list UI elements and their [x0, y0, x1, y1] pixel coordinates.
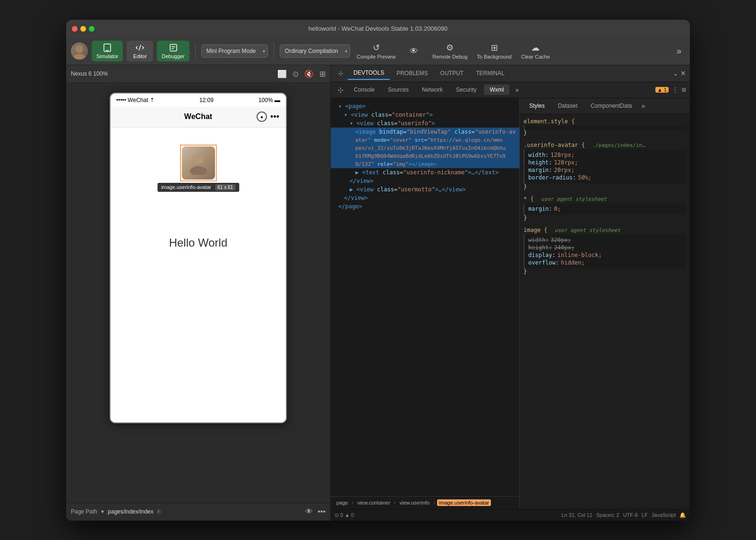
avatar-container: image.userinfo-avatar 61 x 61 [182, 146, 215, 180]
warn-badge: ▲ 1 [655, 87, 669, 93]
styles-tabs: Styles Dataset ComponentData » [520, 98, 690, 114]
page-path-arrow[interactable]: ▾ [101, 508, 104, 515]
to-background-button[interactable]: ⊞ To Background [474, 40, 514, 62]
styles-tab-dataset[interactable]: Dataset [552, 101, 583, 111]
sim-toolbar: Nexus 6 100% ⬜ ⊙ 🔇 ⊞ [66, 65, 330, 83]
devtools-tabs-right: ⌄ ✕ [673, 69, 686, 77]
tree-line-text[interactable]: ▶ <text class="userinfo-nickname">…</tex… [331, 168, 519, 177]
clear-cache-icon: ☁ [531, 43, 540, 53]
tree-line-image-3[interactable]: pen/vi_32/xuTu0k3jRTaJKmsXVMnfjASTusInO4… [331, 144, 519, 152]
selector-page[interactable]: page [335, 499, 350, 506]
selector-view-userinfo[interactable]: view.userinfo [398, 499, 432, 506]
expand-button[interactable]: » [673, 44, 685, 58]
devtools-panel: ⊹ DEVTOOLS PROBLEMS OUTPUT TERMINAL ⌄ ✕ … [331, 65, 690, 521]
eye-icon[interactable]: 👁 [305, 507, 313, 516]
sim-bottom-icons: 👁 ••• [305, 507, 326, 516]
user-avatar-inner [182, 146, 215, 180]
preview-button[interactable]: 👁 [402, 43, 426, 59]
selector-image-avatar[interactable]: image.userinfo-avatar [437, 499, 491, 506]
tree-line-userinfo[interactable]: ▾ <view class="userinfo"> [331, 119, 519, 128]
close-button[interactable] [72, 26, 77, 32]
wxml-panel: ▾ <page> ▾ <view class="container"> ▾ <v… [331, 98, 690, 509]
hello-world-text: Hello World [169, 236, 228, 249]
compile-preview-icon: ↺ [373, 43, 380, 53]
tree-line-close-view[interactable]: </view> [331, 194, 519, 202]
copy-icon[interactable]: ⎘ [157, 508, 161, 515]
simulator-button[interactable]: Simulator [92, 41, 123, 61]
tree-line-image-4[interactable]: b1fRMg9BQ04WddqaBdRjdLeAhZDsUThJBlPG9w6b… [331, 152, 519, 160]
css-prop-margin: margin: 20rpx; [528, 166, 682, 174]
device-label[interactable]: Nexus 6 100% [71, 70, 108, 77]
wxml-more-icon[interactable]: » [511, 84, 523, 95]
wxml-tree[interactable]: ▾ <page> ▾ <view class="container"> ▾ <v… [331, 98, 519, 496]
screen-icon[interactable]: ⊙ [292, 69, 299, 78]
collapse-icon[interactable]: ⌄ [673, 69, 679, 77]
inspect-icon[interactable]: ⊹ [335, 67, 347, 79]
cursor-tool-icon[interactable]: ⊹ [335, 84, 346, 96]
tree-line-usermotto[interactable]: ▶ <view class="usermotto">…</view> [331, 185, 519, 194]
tab-output[interactable]: OUTPUT [435, 67, 469, 79]
css-prop-width: width: 128rpx; [528, 151, 682, 159]
status-bell-icon[interactable]: 🔔 [679, 512, 686, 518]
svg-line-4 [139, 45, 141, 51]
tab-problems[interactable]: PROBLEMS [391, 67, 434, 79]
debugger-icon [169, 43, 178, 53]
compilation-select[interactable]: Ordinary Compilation [280, 44, 350, 58]
tree-line-container[interactable]: ▾ <view class="container"> [331, 111, 519, 119]
css-block-star: margin: 0; [524, 203, 686, 214]
tab-console[interactable]: Console [348, 85, 380, 95]
maximize-button[interactable] [89, 26, 94, 32]
nav-more-icon[interactable]: ••• [270, 112, 279, 122]
mode-select-wrapper[interactable]: Mini Program Mode [201, 44, 268, 58]
traffic-lights [72, 26, 94, 32]
css-rule-star: * { user agent stylesheet margin: 0; } [524, 196, 686, 221]
css-rule-avatar: .userinfo-avatar { ./pages/index/in… wid… [524, 142, 686, 190]
close-devtools-icon[interactable]: ✕ [680, 69, 686, 77]
element-label: image.userinfo-avatar 61 x 61 [157, 183, 239, 192]
svg-point-9 [190, 166, 207, 175]
more-icon[interactable]: ••• [318, 507, 326, 516]
page-path-label[interactable]: Page Path [71, 508, 97, 515]
copy-panel-icon[interactable]: ⧉ [682, 86, 686, 93]
tree-line-close-page[interactable]: </page> [331, 202, 519, 211]
selector-view-container[interactable]: view.container [355, 499, 392, 506]
styles-tab-component[interactable]: ComponentData [585, 101, 637, 111]
tree-line-image[interactable]: <image bindtap="bindViewTap" class="user… [331, 128, 519, 136]
remote-debug-button[interactable]: ⚙ Remote Debug [430, 40, 470, 62]
compile-preview-button[interactable]: ↺ Compile Preview [354, 40, 399, 62]
tab-devtools[interactable]: DEVTOOLS [348, 67, 390, 80]
capture-icon[interactable]: ⊞ [319, 69, 326, 78]
editor-button[interactable]: Editor [127, 41, 153, 61]
minimize-button[interactable] [80, 26, 86, 32]
nav-title: WeChat [184, 112, 212, 121]
debugger-button[interactable]: Debugger [157, 41, 189, 61]
css-selector-element: element.style { [524, 118, 686, 125]
svg-point-10 [194, 155, 203, 164]
compilation-select-wrapper[interactable]: Ordinary Compilation [280, 44, 350, 58]
tree-line-close-userinfo[interactable]: </view> [331, 177, 519, 185]
rotate-icon[interactable]: ⬜ [277, 69, 287, 78]
kebab-icon[interactable]: ⋮ [672, 86, 678, 93]
user-avatar-button[interactable] [71, 43, 88, 60]
styles-tab-styles[interactable]: Styles [524, 101, 550, 111]
separator-1 [195, 43, 196, 60]
tree-line-image-2[interactable]: atar" mode="cover" src="https://wx.qlogo… [331, 136, 519, 144]
tab-network[interactable]: Network [416, 85, 448, 95]
status-line-ending: LF [642, 512, 648, 518]
mode-select[interactable]: Mini Program Mode [201, 44, 268, 58]
user-avatar [182, 146, 215, 180]
tree-line-page[interactable]: ▾ <page> [331, 102, 519, 111]
tab-sources[interactable]: Sources [382, 85, 414, 95]
main-content: Nexus 6 100% ⬜ ⊙ 🔇 ⊞ ••••• WeChat [66, 65, 690, 521]
wxml-sub-tabs: ⊹ Console Sources Network Security Wxml … [331, 82, 690, 98]
tab-terminal[interactable]: TERMINAL [470, 67, 510, 79]
tab-wxml[interactable]: Wxml [484, 85, 509, 95]
status-errors: ⊙ 0 ▲ 0 [335, 512, 354, 518]
styles-panel: Styles Dataset ComponentData » element.s… [520, 98, 690, 509]
audio-icon[interactable]: 🔇 [304, 69, 314, 78]
styles-more-icon[interactable]: » [641, 102, 645, 110]
clear-cache-button[interactable]: ☁ Clear Cache [518, 40, 553, 62]
tab-security[interactable]: Security [450, 85, 482, 95]
css-prop-height: height: 128rpx; [528, 159, 682, 166]
tree-line-image-5[interactable]: Q/132" role="img"></image> [331, 160, 519, 168]
